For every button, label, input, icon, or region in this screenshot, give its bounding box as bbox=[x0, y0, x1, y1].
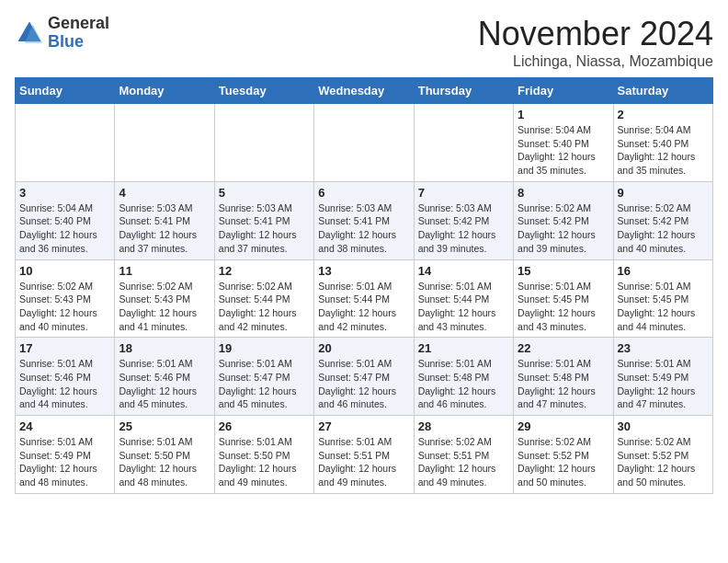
calendar-cell bbox=[16, 104, 115, 182]
day-number: 28 bbox=[418, 419, 509, 433]
day-info: Sunrise: 5:01 AM Sunset: 5:44 PM Dayligh… bbox=[318, 280, 409, 334]
day-number: 13 bbox=[318, 264, 409, 278]
day-number: 23 bbox=[618, 341, 709, 355]
day-number: 20 bbox=[318, 341, 409, 355]
day-info: Sunrise: 5:02 AM Sunset: 5:52 PM Dayligh… bbox=[518, 435, 609, 489]
day-number: 10 bbox=[19, 264, 110, 278]
calendar-week-3: 17Sunrise: 5:01 AM Sunset: 5:46 PM Dayli… bbox=[16, 338, 713, 416]
day-number: 29 bbox=[518, 419, 609, 433]
day-number: 19 bbox=[219, 341, 310, 355]
day-number: 11 bbox=[119, 264, 210, 278]
day-number: 9 bbox=[618, 186, 709, 200]
location-subtitle: Lichinga, Niassa, Mozambique bbox=[478, 53, 713, 70]
day-number: 14 bbox=[418, 264, 509, 278]
day-number: 1 bbox=[518, 108, 609, 121]
day-number: 17 bbox=[19, 341, 110, 355]
calendar-cell: 16Sunrise: 5:01 AM Sunset: 5:45 PM Dayli… bbox=[613, 259, 712, 338]
day-number: 6 bbox=[318, 186, 409, 200]
calendar-cell: 6Sunrise: 5:03 AM Sunset: 5:41 PM Daylig… bbox=[314, 181, 414, 259]
weekday-header-sunday: Sunday bbox=[16, 78, 115, 104]
day-info: Sunrise: 5:02 AM Sunset: 5:42 PM Dayligh… bbox=[518, 201, 609, 256]
calendar-cell: 26Sunrise: 5:01 AM Sunset: 5:50 PM Dayli… bbox=[214, 416, 313, 494]
day-info: Sunrise: 5:03 AM Sunset: 5:41 PM Dayligh… bbox=[119, 201, 210, 256]
calendar-cell bbox=[414, 104, 513, 182]
logo-icon bbox=[15, 18, 44, 48]
calendar-cell: 15Sunrise: 5:01 AM Sunset: 5:45 PM Dayli… bbox=[514, 259, 613, 338]
day-info: Sunrise: 5:01 AM Sunset: 5:48 PM Dayligh… bbox=[418, 357, 509, 411]
day-number: 7 bbox=[418, 186, 509, 200]
calendar-week-2: 10Sunrise: 5:02 AM Sunset: 5:43 PM Dayli… bbox=[16, 259, 713, 338]
weekday-header-wednesday: Wednesday bbox=[314, 78, 414, 104]
day-info: Sunrise: 5:01 AM Sunset: 5:51 PM Dayligh… bbox=[318, 435, 409, 489]
day-info: Sunrise: 5:04 AM Sunset: 5:40 PM Dayligh… bbox=[618, 123, 709, 178]
day-info: Sunrise: 5:01 AM Sunset: 5:47 PM Dayligh… bbox=[318, 357, 409, 411]
calendar-cell: 21Sunrise: 5:01 AM Sunset: 5:48 PM Dayli… bbox=[414, 338, 513, 416]
calendar-cell: 12Sunrise: 5:02 AM Sunset: 5:44 PM Dayli… bbox=[214, 259, 313, 338]
day-number: 30 bbox=[618, 419, 709, 433]
day-info: Sunrise: 5:02 AM Sunset: 5:44 PM Dayligh… bbox=[219, 280, 310, 334]
calendar-cell: 17Sunrise: 5:01 AM Sunset: 5:46 PM Dayli… bbox=[16, 338, 115, 416]
calendar-cell: 4Sunrise: 5:03 AM Sunset: 5:41 PM Daylig… bbox=[115, 181, 214, 259]
logo-text: General Blue bbox=[48, 15, 109, 52]
calendar-cell: 14Sunrise: 5:01 AM Sunset: 5:44 PM Dayli… bbox=[414, 259, 513, 338]
calendar-table: SundayMondayTuesdayWednesdayThursdayFrid… bbox=[15, 77, 713, 494]
logo-general: General bbox=[48, 14, 109, 32]
weekday-header-friday: Friday bbox=[514, 78, 613, 104]
calendar-cell: 5Sunrise: 5:03 AM Sunset: 5:41 PM Daylig… bbox=[214, 181, 313, 259]
calendar-cell: 10Sunrise: 5:02 AM Sunset: 5:43 PM Dayli… bbox=[16, 259, 115, 338]
calendar-cell bbox=[115, 104, 214, 182]
day-info: Sunrise: 5:01 AM Sunset: 5:48 PM Dayligh… bbox=[518, 357, 609, 411]
day-number: 21 bbox=[418, 341, 509, 355]
weekday-header-row: SundayMondayTuesdayWednesdayThursdayFrid… bbox=[16, 78, 713, 104]
month-title: November 2024 bbox=[478, 15, 713, 53]
day-info: Sunrise: 5:02 AM Sunset: 5:42 PM Dayligh… bbox=[618, 201, 709, 256]
day-info: Sunrise: 5:02 AM Sunset: 5:43 PM Dayligh… bbox=[119, 280, 210, 334]
calendar-cell: 29Sunrise: 5:02 AM Sunset: 5:52 PM Dayli… bbox=[514, 416, 613, 494]
calendar-cell: 27Sunrise: 5:01 AM Sunset: 5:51 PM Dayli… bbox=[314, 416, 414, 494]
calendar-cell bbox=[214, 104, 313, 182]
day-info: Sunrise: 5:02 AM Sunset: 5:51 PM Dayligh… bbox=[418, 435, 509, 489]
day-info: Sunrise: 5:01 AM Sunset: 5:49 PM Dayligh… bbox=[19, 435, 110, 489]
calendar-cell: 1Sunrise: 5:04 AM Sunset: 5:40 PM Daylig… bbox=[514, 104, 613, 182]
day-info: Sunrise: 5:04 AM Sunset: 5:40 PM Dayligh… bbox=[19, 201, 110, 256]
calendar-week-0: 1Sunrise: 5:04 AM Sunset: 5:40 PM Daylig… bbox=[16, 104, 713, 182]
day-number: 27 bbox=[318, 419, 409, 433]
day-info: Sunrise: 5:01 AM Sunset: 5:50 PM Dayligh… bbox=[219, 435, 310, 489]
day-number: 16 bbox=[618, 264, 709, 278]
day-number: 4 bbox=[119, 186, 210, 200]
day-info: Sunrise: 5:03 AM Sunset: 5:41 PM Dayligh… bbox=[219, 201, 310, 256]
day-number: 24 bbox=[19, 419, 110, 433]
calendar-cell: 8Sunrise: 5:02 AM Sunset: 5:42 PM Daylig… bbox=[514, 181, 613, 259]
calendar-header: SundayMondayTuesdayWednesdayThursdayFrid… bbox=[16, 78, 713, 104]
day-number: 15 bbox=[518, 264, 609, 278]
weekday-header-tuesday: Tuesday bbox=[214, 78, 313, 104]
day-info: Sunrise: 5:01 AM Sunset: 5:47 PM Dayligh… bbox=[219, 357, 310, 411]
day-number: 12 bbox=[219, 264, 310, 278]
calendar-cell: 2Sunrise: 5:04 AM Sunset: 5:40 PM Daylig… bbox=[613, 104, 712, 182]
day-info: Sunrise: 5:01 AM Sunset: 5:45 PM Dayligh… bbox=[518, 280, 609, 334]
calendar-cell: 20Sunrise: 5:01 AM Sunset: 5:47 PM Dayli… bbox=[314, 338, 414, 416]
day-info: Sunrise: 5:03 AM Sunset: 5:42 PM Dayligh… bbox=[418, 201, 509, 256]
day-info: Sunrise: 5:01 AM Sunset: 5:45 PM Dayligh… bbox=[618, 280, 709, 334]
day-number: 22 bbox=[518, 341, 609, 355]
calendar-cell: 13Sunrise: 5:01 AM Sunset: 5:44 PM Dayli… bbox=[314, 259, 414, 338]
day-number: 18 bbox=[119, 341, 210, 355]
day-info: Sunrise: 5:01 AM Sunset: 5:44 PM Dayligh… bbox=[418, 280, 509, 334]
day-number: 8 bbox=[518, 186, 609, 200]
calendar-cell: 11Sunrise: 5:02 AM Sunset: 5:43 PM Dayli… bbox=[115, 259, 214, 338]
weekday-header-thursday: Thursday bbox=[414, 78, 513, 104]
day-number: 26 bbox=[219, 419, 310, 433]
calendar-cell bbox=[314, 104, 414, 182]
weekday-header-saturday: Saturday bbox=[613, 78, 712, 104]
page-header: General Blue November 2024 Lichinga, Nia… bbox=[15, 15, 713, 70]
calendar-cell: 25Sunrise: 5:01 AM Sunset: 5:50 PM Dayli… bbox=[115, 416, 214, 494]
logo-blue: Blue bbox=[48, 32, 84, 51]
calendar-cell: 7Sunrise: 5:03 AM Sunset: 5:42 PM Daylig… bbox=[414, 181, 513, 259]
weekday-header-monday: Monday bbox=[115, 78, 214, 104]
title-block: November 2024 Lichinga, Niassa, Mozambiq… bbox=[478, 15, 713, 70]
day-info: Sunrise: 5:01 AM Sunset: 5:50 PM Dayligh… bbox=[119, 435, 210, 489]
calendar-week-1: 3Sunrise: 5:04 AM Sunset: 5:40 PM Daylig… bbox=[16, 181, 713, 259]
day-info: Sunrise: 5:01 AM Sunset: 5:46 PM Dayligh… bbox=[119, 357, 210, 411]
day-info: Sunrise: 5:02 AM Sunset: 5:52 PM Dayligh… bbox=[618, 435, 709, 489]
day-number: 5 bbox=[219, 186, 310, 200]
